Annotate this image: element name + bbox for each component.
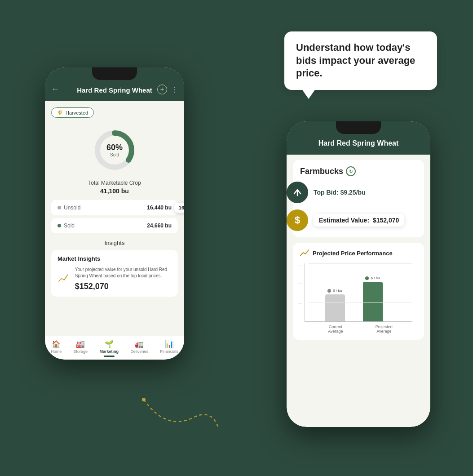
bar-projected-label: $ / bu <box>365 276 380 280</box>
farmbucks-brand: Farmbucks <box>300 167 343 176</box>
est-label-value: Estimated Value: $152,070 <box>314 214 404 227</box>
donut-percent: 60% <box>106 143 123 152</box>
nav-financials-label: Financials <box>160 349 178 354</box>
marketing-icon: 🌱 <box>105 340 114 348</box>
bar-gray-dot <box>327 289 331 293</box>
proj-title: Projected Price Performance <box>300 249 417 257</box>
right-phone-title: Hard Red Spring Wheat <box>296 139 421 147</box>
home-icon: 🏠 <box>52 340 61 348</box>
financials-icon: 📊 <box>165 340 174 348</box>
more-icon[interactable]: ⋮ <box>171 85 178 94</box>
bar-current-bar <box>325 294 345 321</box>
est-value: $152,070 <box>373 217 399 224</box>
unsold-dot <box>57 206 61 209</box>
chart-line-icon <box>300 249 309 257</box>
left-phone: ← + ⋮ Hard Red Spring Wheat 🌾 Harvested <box>45 67 184 360</box>
bid-row: Top Bid: $9.25/bu <box>300 182 417 203</box>
left-phone-screen: ← + ⋮ Hard Red Spring Wheat 🌾 Harvested <box>45 67 184 360</box>
bid-label: Top Bid: $9.25/bu <box>314 189 366 196</box>
speech-bubble: Understand how today's bids impact your … <box>284 31 437 90</box>
highlight-unsold: 16,440 bu <box>174 203 184 213</box>
add-icon[interactable]: + <box>157 85 167 94</box>
nav-home[interactable]: 🏠 Home <box>51 340 62 357</box>
donut-label: Sold <box>106 152 123 157</box>
bar-green-dot <box>365 276 369 280</box>
right-notch <box>336 121 381 134</box>
market-insights-card: Market Insights Your projected value for… <box>51 250 178 297</box>
bar-projected-bar <box>363 282 383 321</box>
speech-bubble-text: Understand how today's bids impact your … <box>296 42 415 79</box>
harvested-badge[interactable]: 🌾 Harvested <box>51 107 178 123</box>
projected-chart-card: Projected Price Performance — — — <box>293 243 424 340</box>
top-bid-value: $9.25/bu <box>340 189 366 196</box>
bar-current-unit: $ / bu <box>333 289 342 293</box>
nav-deliveries-label: Deliveries <box>130 349 148 354</box>
bottom-nav: 🏠 Home 🏭 Storage 🌱 Marketing 🚛 Deliverie… <box>45 336 184 360</box>
bar-projected-unit: $ / bu <box>371 276 380 280</box>
chart-x-labels: CurrentAverage ProjectedAverage <box>305 322 412 334</box>
nav-marketing-label: Marketing <box>99 349 119 354</box>
dashed-curve-decoration <box>139 391 220 436</box>
unsold-value: 16,440 bu <box>147 205 172 211</box>
proj-title-text: Projected Price Performance <box>313 250 393 257</box>
left-notch <box>92 67 137 80</box>
farmbucks-logo: Farmbucks ↻ <box>300 166 417 176</box>
gridline-top <box>309 263 412 264</box>
market-card-title: Market Insights <box>57 255 172 262</box>
right-phone-screen: Hard Red Spring Wheat Farmbucks ↻ <box>287 121 430 427</box>
dollar-icon: $ <box>287 209 308 231</box>
farmbucks-card: Farmbucks ↻ Top Bid: $9.25/bu <box>293 160 424 237</box>
harvest-icon: 🌾 <box>57 110 63 116</box>
storage-icon: 🏭 <box>76 340 85 348</box>
gridline-mid <box>309 283 412 283</box>
x-label-current: CurrentAverage <box>328 325 343 334</box>
market-chart-icon <box>57 267 70 289</box>
badge-label: Harvested <box>66 110 88 116</box>
nav-financials[interactable]: 📊 Financials <box>160 340 178 357</box>
total-value: 41,100 bu <box>51 187 178 195</box>
back-icon[interactable]: ← <box>51 85 59 94</box>
gridline-bot <box>309 302 412 303</box>
market-desc-block: Your projected value for your unsold Har… <box>75 267 172 291</box>
est-label: Estimated Value: <box>319 217 369 224</box>
nav-home-label: Home <box>51 349 62 354</box>
x-label-projected: ProjectedAverage <box>376 325 393 334</box>
sold-label: Sold <box>64 222 75 229</box>
sold-dot <box>57 224 61 227</box>
chart-area: — — — $ / bu <box>300 263 417 334</box>
up-arrow-svg <box>292 187 302 197</box>
sold-value: 24,660 bu <box>147 222 172 229</box>
header-icons: + ⋮ <box>157 85 178 94</box>
right-screen-content: Hard Red Spring Wheat Farmbucks ↻ <box>287 121 430 427</box>
marketable-section: Total Marketable Crop 41,100 bu <box>51 180 178 195</box>
market-value: $152,070 <box>75 282 172 291</box>
unsold-label: Unsold <box>64 205 80 211</box>
market-description: Your projected value for your unsold Har… <box>75 267 172 279</box>
nav-storage[interactable]: 🏭 Storage <box>74 340 88 357</box>
farmbucks-arrow-icon: ↻ <box>346 166 356 176</box>
sold-row: Sold 24,660 bu <box>51 218 178 233</box>
total-label: Total Marketable Crop <box>51 180 178 186</box>
top-bid-label: Top Bid: <box>314 189 339 196</box>
deliveries-icon: 🚛 <box>135 340 144 348</box>
bar-current-label: $ / bu <box>327 289 342 293</box>
right-phone: Hard Red Spring Wheat Farmbucks ↻ <box>287 121 430 427</box>
svg-point-3 <box>142 398 146 401</box>
bar-projected: $ / bu <box>363 263 383 321</box>
nav-active-indicator <box>104 356 115 357</box>
unsold-row: Unsold 16,440 bu 16,440 bu <box>51 200 178 215</box>
insights-header: Insights <box>51 240 178 246</box>
left-screen-content: ← + ⋮ Hard Red Spring Wheat 🌾 Harvested <box>45 67 184 360</box>
left-content: 🌾 Harvested 60% <box>45 101 184 303</box>
nav-storage-label: Storage <box>74 349 88 354</box>
nav-deliveries[interactable]: 🚛 Deliveries <box>130 340 148 357</box>
donut-chart-container: 60% Sold <box>51 128 178 173</box>
market-card-inner: Your projected value for your unsold Har… <box>57 267 172 291</box>
bid-up-icon <box>287 182 308 203</box>
bar-current: $ / bu <box>325 263 345 321</box>
est-row: $ Estimated Value: $152,070 <box>300 209 417 231</box>
nav-marketing[interactable]: 🌱 Marketing <box>99 340 119 357</box>
